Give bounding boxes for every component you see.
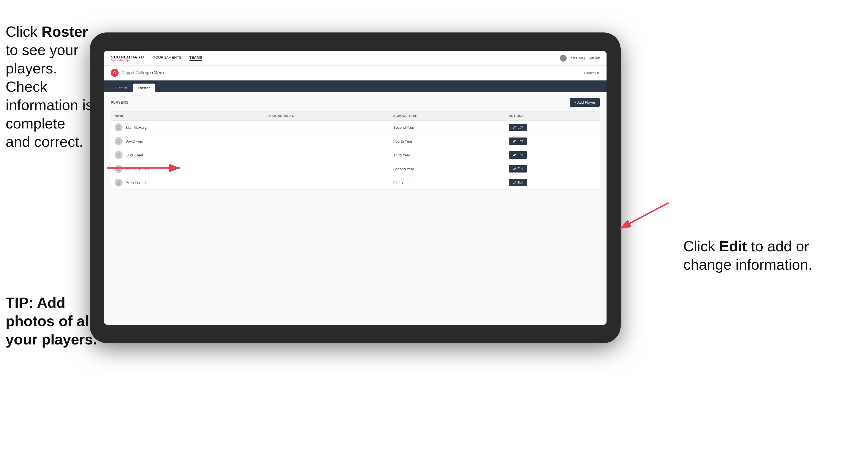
player-school-year: Fourth Year [390, 134, 505, 148]
players-table: NAME EMAIL ADDRESS SCHOOL YEAR ACTIONS B… [111, 111, 600, 190]
edit-player-button[interactable]: Edit [509, 124, 527, 131]
nav-teams[interactable]: TEAMS [189, 55, 203, 61]
table-header-row: NAME EMAIL ADDRESS SCHOOL YEAR ACTIONS [111, 111, 600, 121]
app-header: SCOREBOARD Powered by clippd TOURNAMENTS… [104, 51, 607, 65]
pencil-icon [513, 126, 516, 129]
svg-point-12 [117, 183, 120, 185]
player-actions-cell: Edit [505, 148, 600, 162]
edit-player-button[interactable]: Edit [509, 151, 527, 159]
pencil-icon [513, 153, 516, 157]
svg-point-5 [118, 139, 120, 142]
player-name: Piers Parnell [125, 181, 146, 185]
svg-point-11 [118, 181, 120, 183]
tablet-frame: SCOREBOARD Powered by clippd TOURNAMENTS… [90, 32, 621, 343]
player-actions-cell: Edit [505, 134, 600, 148]
tab-details[interactable]: Details [111, 84, 132, 92]
player-school-year: Second Year [390, 121, 505, 134]
player-email [262, 134, 390, 148]
edit-player-button[interactable]: Edit [509, 137, 527, 145]
logo: SCOREBOARD Powered by clippd [111, 55, 144, 62]
nav-links: TOURNAMENTS TEAMS [153, 55, 202, 61]
tablet-screen: SCOREBOARD Powered by clippd TOURNAMENTS… [104, 51, 607, 325]
player-avatar [115, 151, 123, 159]
player-name-cell: Blair McHarg [115, 123, 259, 131]
edit-bold: Edit [719, 238, 747, 254]
player-email [262, 176, 390, 190]
user-avatar [560, 55, 567, 62]
signout-link[interactable]: Sign out [587, 56, 600, 60]
player-actions-cell: Edit [505, 121, 600, 134]
team-header: C Clippd College (Men) Cancel ✕ [104, 65, 607, 81]
table-row: Marcus Turner Second Year Edit [111, 162, 600, 176]
col-email: EMAIL ADDRESS [262, 111, 390, 121]
roster-bold: Roster [41, 24, 88, 40]
cancel-button[interactable]: Cancel ✕ [584, 71, 600, 75]
player-avatar [115, 137, 123, 145]
player-email [262, 162, 390, 176]
player-email [262, 148, 390, 162]
svg-point-8 [117, 156, 120, 157]
player-school-year: First Year [390, 176, 505, 190]
svg-point-10 [117, 169, 120, 171]
table-row: Elliot Ebert Third Year Edit [111, 148, 600, 162]
player-avatar [115, 123, 123, 131]
table-row: Blair McHarg Second Year Edit [111, 121, 600, 134]
user-text: Test User | [569, 56, 585, 60]
player-name-cell: David Ford [115, 137, 259, 145]
content-area: PLAYERS + Add Player NAME EMAIL ADDRESS … [104, 92, 607, 325]
player-email [262, 121, 390, 134]
svg-point-3 [118, 126, 120, 128]
player-school-year: Second Year [390, 162, 505, 176]
player-name: Marcus Turner [125, 167, 149, 171]
header-left: SCOREBOARD Powered by clippd TOURNAMENTS… [111, 55, 202, 62]
player-name: Elliot Ebert [125, 153, 143, 157]
svg-point-4 [117, 128, 120, 130]
player-actions-cell: Edit [505, 162, 600, 176]
col-school-year: SCHOOL YEAR [390, 111, 505, 121]
team-title: C Clippd College (Men) [111, 69, 164, 77]
team-logo-icon: C [111, 69, 119, 77]
col-name: NAME [111, 111, 262, 121]
svg-point-6 [117, 142, 120, 144]
table-row: David Ford Fourth Year Edit [111, 134, 600, 148]
logo-subtitle: Powered by clippd [111, 59, 144, 62]
player-name: David Ford [125, 139, 144, 144]
player-actions-cell: Edit [505, 176, 600, 190]
header-right: Test User | Sign out [560, 55, 600, 62]
add-player-button[interactable]: + Add Player [570, 98, 600, 107]
tabs-bar: Details Roster [104, 81, 607, 92]
player-school-year: Third Year [390, 148, 505, 162]
player-name-cell: Marcus Turner [115, 165, 259, 173]
pencil-icon [513, 181, 516, 184]
tab-roster[interactable]: Roster [133, 84, 155, 92]
player-name: Blair McHarg [125, 125, 147, 130]
player-avatar [115, 179, 123, 187]
col-actions: ACTIONS [505, 111, 600, 121]
right-annotation-text: Click Edit to add or change information. [683, 237, 847, 274]
table-row: Piers Parnell First Year Edit [111, 176, 600, 190]
left-annotation-text: Click Roster to see your players. Check … [6, 23, 93, 151]
players-label: PLAYERS [111, 100, 129, 104]
svg-point-7 [118, 153, 120, 155]
player-avatar [115, 165, 123, 173]
pencil-icon [513, 139, 516, 143]
edit-player-button[interactable]: Edit [509, 179, 527, 186]
pencil-icon [513, 167, 516, 170]
players-header: PLAYERS + Add Player [111, 98, 600, 107]
logo-title: SCOREBOARD [111, 55, 144, 59]
svg-point-9 [118, 167, 120, 169]
team-name: Clippd College (Men) [121, 70, 164, 75]
svg-line-2 [620, 203, 669, 229]
player-name-cell: Elliot Ebert [115, 151, 259, 159]
edit-player-button[interactable]: Edit [509, 165, 527, 173]
nav-tournaments[interactable]: TOURNAMENTS [153, 55, 181, 61]
player-name-cell: Piers Parnell [115, 179, 259, 187]
